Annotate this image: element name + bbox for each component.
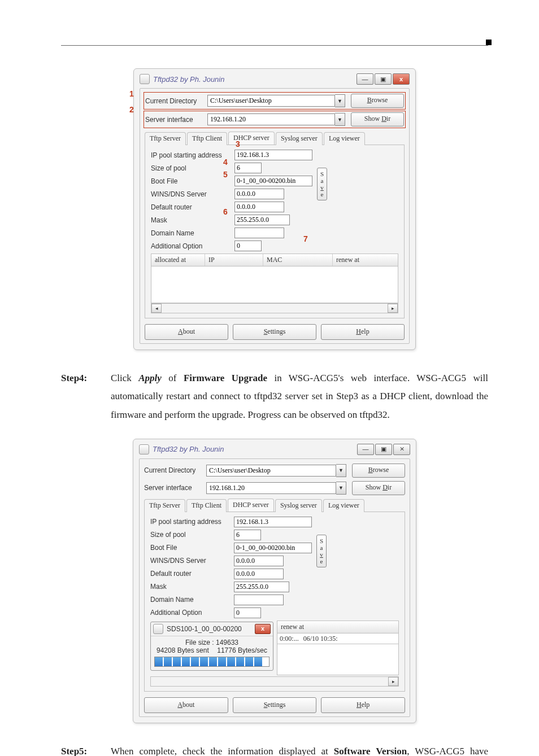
window-titlebar: Tftpd32 by Ph. Jounin — ▣ x xyxy=(140,72,410,88)
tab-tftp-client[interactable]: Tftp Client xyxy=(187,132,227,145)
annotation-4: 4 xyxy=(223,158,228,167)
tab-syslog-server[interactable]: Syslog server xyxy=(276,132,323,145)
step4-label: Step4: xyxy=(61,369,111,424)
show-dir-button[interactable]: Show Dir xyxy=(352,481,405,495)
current-directory-label: Current Directory xyxy=(145,97,207,105)
save-button[interactable]: Save xyxy=(317,168,327,200)
size-of-pool-input[interactable] xyxy=(234,530,261,540)
dropdown-icon[interactable]: ▼ xyxy=(336,464,346,477)
scroll-right-icon[interactable]: ▸ xyxy=(388,304,398,313)
step4-text: Click Apply of Firmware Upgrade in WSG-A… xyxy=(111,369,488,424)
annotation-1: 1 xyxy=(129,89,134,98)
header-rule xyxy=(61,45,488,46)
browse-button[interactable]: Browse xyxy=(352,464,405,478)
browse-button[interactable]: Browse xyxy=(351,94,404,108)
server-interface-input[interactable] xyxy=(207,113,335,125)
domain-name-input[interactable] xyxy=(234,228,284,238)
current-directory-input[interactable] xyxy=(207,95,335,107)
default-router-label: Default router xyxy=(150,570,234,578)
default-router-label: Default router xyxy=(151,203,234,211)
domain-name-input[interactable] xyxy=(234,595,284,605)
tab-log-viewer[interactable]: Log viewer xyxy=(324,132,365,145)
size-of-pool-label: Size of pool xyxy=(151,164,234,172)
annotation-6: 6 xyxy=(223,207,228,216)
additional-option-input[interactable] xyxy=(234,241,262,251)
scroll-left-icon[interactable]: ◂ xyxy=(151,304,162,313)
window-close-button[interactable]: x xyxy=(393,73,410,85)
boot-file-input[interactable] xyxy=(234,176,312,186)
horizontal-scrollbar[interactable]: ◂ ▸ xyxy=(151,303,398,313)
bytes-sent-text: 94208 Bytes sent xyxy=(157,646,209,654)
additional-option-label: Additional Option xyxy=(150,609,234,617)
default-router-input[interactable] xyxy=(234,202,284,212)
horizontal-scrollbar[interactable]: ▸ xyxy=(150,676,399,687)
transfer-rate-text: 11776 Bytes/sec xyxy=(217,646,267,654)
server-interface-dropdown-icon[interactable]: ▼ xyxy=(335,113,345,126)
additional-option-label: Additional Option xyxy=(151,242,234,250)
ip-pool-start-input[interactable] xyxy=(234,517,312,527)
lease-row-time: 0:00:... xyxy=(277,633,301,644)
window-max-button[interactable]: ▣ xyxy=(375,73,392,85)
window-min-button[interactable]: — xyxy=(357,73,373,85)
mask-input[interactable] xyxy=(234,582,289,592)
server-interface-label: Server interface xyxy=(144,484,206,492)
mask-label: Mask xyxy=(151,216,234,224)
current-directory-dropdown-icon[interactable]: ▼ xyxy=(335,94,345,107)
tftpd32-screenshot-1: 1 2 Tftpd32 by Ph. Jounin — ▣ x Current … xyxy=(133,68,416,350)
show-dir-button[interactable]: Show Dir xyxy=(351,112,404,126)
col-mac: MAC xyxy=(263,254,333,266)
col-renew-at: renew at xyxy=(277,621,398,633)
save-button[interactable]: Save xyxy=(316,535,327,567)
lease-table-header: allocated at IP MAC renew at xyxy=(151,254,398,266)
settings-button[interactable]: Settings xyxy=(233,324,316,340)
ip-pool-start-input[interactable] xyxy=(234,150,312,160)
current-directory-input[interactable] xyxy=(206,465,336,477)
boot-file-label: Boot File xyxy=(151,177,234,185)
settings-button[interactable]: Settings xyxy=(233,697,317,713)
additional-option-input[interactable] xyxy=(234,608,261,618)
app-icon xyxy=(139,444,149,455)
current-directory-label: Current Directory xyxy=(144,466,206,474)
app-icon xyxy=(153,624,163,634)
step5-block: Step5: When complete, check the informat… xyxy=(61,742,488,756)
wins-dns-label: WINS/DNS Server xyxy=(150,557,234,565)
server-interface-input[interactable] xyxy=(206,482,336,494)
window-max-button[interactable]: ▣ xyxy=(375,444,392,455)
about-button[interactable]: About xyxy=(144,697,228,713)
popup-close-button[interactable]: x xyxy=(255,624,271,634)
tab-tftp-server[interactable]: Tftp Server xyxy=(144,499,185,512)
lease-row-date: 06/10 10:35: xyxy=(301,633,340,644)
annotation-5: 5 xyxy=(223,170,228,179)
server-interface-label: Server interface xyxy=(145,116,207,124)
size-of-pool-label: Size of pool xyxy=(150,531,234,539)
progress-bar xyxy=(154,657,270,667)
help-button[interactable]: Help xyxy=(321,324,405,340)
window-min-button[interactable]: — xyxy=(357,444,374,455)
tab-tftp-client[interactable]: Tftp Client xyxy=(186,499,227,512)
tab-tftp-server[interactable]: Tftp Server xyxy=(145,132,186,145)
window-title: Tftpd32 by Ph. Jounin xyxy=(153,75,224,84)
tab-dhcp-server[interactable]: DHCP server xyxy=(228,499,274,512)
scroll-right-icon[interactable]: ▸ xyxy=(388,677,398,686)
boot-file-input[interactable] xyxy=(234,543,312,553)
tab-syslog-server[interactable]: Syslog server xyxy=(275,499,322,512)
page-corner-mark xyxy=(486,40,492,45)
dropdown-icon[interactable]: ▼ xyxy=(336,482,346,495)
wins-dns-input[interactable] xyxy=(234,189,284,199)
help-button[interactable]: Help xyxy=(321,697,405,713)
app-icon xyxy=(140,74,150,84)
tab-log-viewer[interactable]: Log viewer xyxy=(323,499,364,512)
size-of-pool-input[interactable] xyxy=(234,163,262,173)
annotation-2: 2 xyxy=(129,105,134,114)
ip-pool-start-label: IP pool starting address xyxy=(150,518,234,526)
tftpd32-screenshot-2: Tftpd32 by Ph. Jounin — ▣ ⨯ Current Dire… xyxy=(133,439,416,723)
default-router-input[interactable] xyxy=(234,569,284,579)
col-ip: IP xyxy=(205,254,263,266)
mask-input[interactable] xyxy=(234,215,290,225)
window-close-button[interactable]: ⨯ xyxy=(393,444,410,455)
about-button[interactable]: About xyxy=(145,324,228,340)
boot-file-label: Boot File xyxy=(150,544,234,552)
annotation-7: 7 xyxy=(303,234,308,243)
wins-dns-input[interactable] xyxy=(234,556,284,566)
lease-table-body xyxy=(151,266,398,303)
